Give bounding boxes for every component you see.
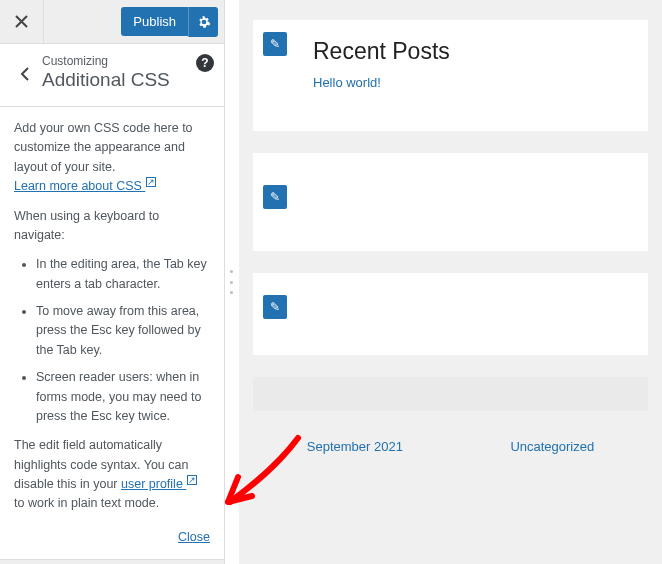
customizer-sidebar: Publish Customizing Additional CSS ? Add… — [0, 0, 225, 564]
post-link[interactable]: Hello world! — [313, 75, 381, 90]
user-profile-link[interactable]: user profile — [121, 477, 198, 491]
close-icon — [15, 15, 28, 28]
drag-handle-icon — [230, 270, 234, 294]
preview-block: ✎ — [253, 153, 648, 251]
category-link[interactable]: Uncategorized — [510, 439, 594, 454]
list-item: In the editing area, the Tab key enters … — [36, 255, 210, 294]
preview-block: ✎ — [253, 273, 648, 355]
syntax-text-b: to work in plain text mode. — [14, 496, 159, 510]
external-link-icon — [145, 180, 157, 190]
breadcrumb: Customizing — [42, 54, 210, 68]
section-header: Customizing Additional CSS ? — [0, 44, 224, 107]
edit-widget-button[interactable]: ✎ — [263, 185, 287, 209]
edit-widget-button[interactable]: ✎ — [263, 32, 287, 56]
preview-divider — [253, 377, 648, 411]
recent-posts-widget: ✎ Recent Posts Hello world! — [253, 20, 648, 131]
list-item: Screen reader users: when in forms mode,… — [36, 368, 210, 426]
close-customizer-button[interactable] — [0, 0, 44, 44]
back-button[interactable] — [10, 54, 38, 94]
close-help-link[interactable]: Close — [178, 530, 210, 544]
learn-more-link[interactable]: Learn more about CSS — [14, 179, 157, 193]
pencil-icon: ✎ — [270, 190, 280, 204]
external-link-icon — [186, 478, 198, 488]
css-editor-area: 1 — [0, 560, 224, 564]
question-icon: ? — [201, 56, 208, 70]
gear-icon — [197, 15, 211, 29]
archive-link[interactable]: September 2021 — [307, 439, 403, 454]
description-panel: Add your own CSS code here to customize … — [0, 107, 224, 560]
customizer-topbar: Publish — [0, 0, 224, 44]
section-title: Additional CSS — [42, 69, 210, 91]
keyboard-tips-list: In the editing area, the Tab key enters … — [18, 255, 210, 426]
pencil-icon: ✎ — [270, 37, 280, 51]
intro-text: Add your own CSS code here to customize … — [14, 121, 193, 174]
panel-resize-handle[interactable] — [225, 0, 239, 564]
help-button[interactable]: ? — [196, 54, 214, 72]
publish-settings-button[interactable] — [188, 7, 218, 37]
pencil-icon: ✎ — [270, 300, 280, 314]
footer-links: September 2021 Uncategorized — [253, 439, 648, 454]
list-item: To move away from this area, press the E… — [36, 302, 210, 360]
widget-title: Recent Posts — [313, 38, 626, 65]
keyboard-heading: When using a keyboard to navigate: — [14, 207, 210, 246]
site-preview: ✎ Recent Posts Hello world! ✎ ✎ Septembe… — [239, 0, 662, 564]
chevron-left-icon — [20, 67, 29, 81]
edit-widget-button[interactable]: ✎ — [263, 295, 287, 319]
publish-button[interactable]: Publish — [121, 7, 188, 36]
